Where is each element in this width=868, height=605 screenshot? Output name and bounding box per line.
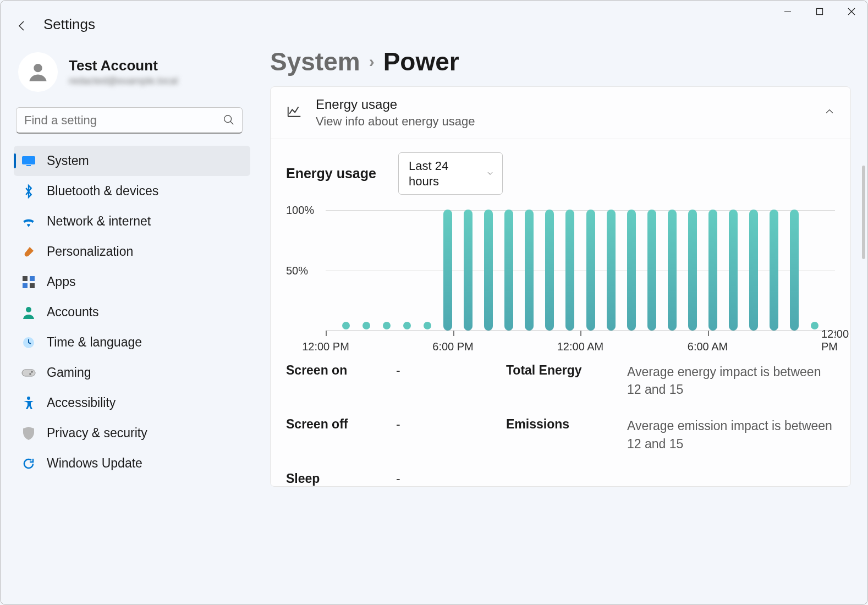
account-block[interactable]: Test Account redacted@example.local xyxy=(14,47,250,105)
sidebar-item-label: Windows Update xyxy=(47,456,142,471)
energy-usage-card: Energy usage View info about energy usag… xyxy=(270,86,851,487)
avatar xyxy=(18,52,58,92)
chart-xtick: 6:00 PM xyxy=(432,340,473,353)
sidebar-item-accessibility[interactable]: Accessibility xyxy=(14,388,250,418)
chart-point[interactable] xyxy=(342,322,350,329)
svg-point-16 xyxy=(31,371,33,372)
breadcrumb-parent[interactable]: System xyxy=(270,47,360,76)
sidebar-item-label: Privacy & security xyxy=(47,426,147,441)
monitor-icon xyxy=(21,154,36,168)
chart-bar[interactable] xyxy=(443,210,452,331)
sidebar-item-privacy-security[interactable]: Privacy & security xyxy=(14,418,250,448)
chart-bar[interactable] xyxy=(729,210,738,331)
chart-point[interactable] xyxy=(403,322,411,329)
sidebar-item-label: Gaming xyxy=(47,365,91,380)
time-range-dropdown[interactable]: Last 24 hours xyxy=(398,152,503,195)
wifi-icon xyxy=(21,215,36,229)
svg-rect-8 xyxy=(26,165,31,166)
chart-bar[interactable] xyxy=(525,210,534,331)
chart-ytick: 50% xyxy=(286,265,308,277)
shield-icon xyxy=(21,426,36,441)
chart-point[interactable] xyxy=(383,322,391,329)
svg-rect-11 xyxy=(23,283,28,288)
sidebar-item-accounts[interactable]: Accounts xyxy=(14,297,250,327)
chart-xtick: 12:00 PM xyxy=(302,340,349,353)
person-icon xyxy=(21,305,36,320)
sidebar-item-time-language[interactable]: Time & language xyxy=(14,327,250,358)
sidebar-item-bluetooth-devices[interactable]: Bluetooth & devices xyxy=(14,176,250,206)
chart-bar[interactable] xyxy=(708,210,717,331)
chart-bar[interactable] xyxy=(586,210,595,331)
card-subtitle: View info about energy usage xyxy=(316,114,475,129)
chart-bar[interactable] xyxy=(790,210,799,331)
account-subtitle: redacted@example.local xyxy=(69,75,178,87)
close-button[interactable] xyxy=(836,1,867,23)
sidebar-item-apps[interactable]: Apps xyxy=(14,267,250,297)
chart-bar[interactable] xyxy=(627,210,636,331)
back-button[interactable] xyxy=(14,17,31,35)
svg-rect-7 xyxy=(22,156,35,164)
sidebar-item-label: Accessibility xyxy=(47,395,116,410)
breadcrumb: System › Power xyxy=(270,47,851,76)
search-icon xyxy=(223,114,235,128)
energy-usage-chart[interactable]: 50%100%12:00 PM6:00 PM12:00 AM6:00 AM12:… xyxy=(286,210,835,353)
sidebar-item-network-internet[interactable]: Network & internet xyxy=(14,206,250,237)
brush-icon xyxy=(21,245,36,259)
stat-total-energy-label: Total Energy xyxy=(506,363,627,398)
stat-total-energy-desc: Average energy impact is between 12 and … xyxy=(627,363,835,398)
chevron-down-icon xyxy=(486,166,495,182)
sidebar-item-windows-update[interactable]: Windows Update xyxy=(14,448,250,479)
svg-point-17 xyxy=(30,373,31,375)
chart-point[interactable] xyxy=(811,322,818,329)
bluetooth-icon xyxy=(21,184,36,199)
svg-rect-15 xyxy=(22,370,35,376)
accessibility-icon xyxy=(21,396,36,410)
clock-globe-icon xyxy=(21,336,36,350)
energy-usage-header[interactable]: Energy usage View info about energy usag… xyxy=(271,87,850,139)
gamepad-icon xyxy=(21,366,36,380)
sidebar-item-label: Personalization xyxy=(47,244,133,259)
chart-bar[interactable] xyxy=(607,210,616,331)
chart-bar[interactable] xyxy=(484,210,493,331)
sidebar-item-personalization[interactable]: Personalization xyxy=(14,237,250,267)
stat-screen-off-label: Screen off xyxy=(286,417,396,452)
maximize-button[interactable] xyxy=(804,1,836,23)
svg-point-5 xyxy=(224,116,232,123)
sidebar-item-label: System xyxy=(47,153,89,168)
chart-bar[interactable] xyxy=(647,210,656,331)
chart-bar[interactable] xyxy=(545,210,554,331)
sidebar-item-gaming[interactable]: Gaming xyxy=(14,358,250,388)
chart-bar[interactable] xyxy=(688,210,697,331)
update-icon xyxy=(21,457,36,471)
sidebar-item-label: Time & language xyxy=(47,335,142,350)
chart-point[interactable] xyxy=(424,322,431,329)
chart-xtick: 12:00 PM xyxy=(821,328,849,353)
apps-icon xyxy=(21,275,36,289)
chart-bar[interactable] xyxy=(504,210,513,331)
account-name: Test Account xyxy=(69,57,178,74)
chevron-right-icon: › xyxy=(369,52,375,71)
app-title: Settings xyxy=(43,16,95,33)
stat-sleep-value: - xyxy=(396,471,506,486)
svg-point-13 xyxy=(26,307,31,312)
svg-rect-1 xyxy=(817,9,823,15)
search-box[interactable] xyxy=(16,107,243,134)
chart-bar[interactable] xyxy=(668,210,677,331)
chart-bar[interactable] xyxy=(565,210,574,331)
chart-xtick: 6:00 AM xyxy=(688,340,728,353)
chart-point[interactable] xyxy=(362,322,370,329)
search-input[interactable] xyxy=(16,107,243,134)
card-title: Energy usage xyxy=(316,97,475,112)
breadcrumb-current: Power xyxy=(383,47,459,76)
chart-bar[interactable] xyxy=(464,210,473,331)
energy-usage-label: Energy usage xyxy=(286,166,376,182)
chart-bar[interactable] xyxy=(770,210,778,331)
svg-point-4 xyxy=(34,64,42,72)
scrollbar[interactable] xyxy=(862,166,865,259)
chart-bar[interactable] xyxy=(749,210,758,331)
sidebar-item-system[interactable]: System xyxy=(14,146,250,176)
minimize-button[interactable] xyxy=(772,1,804,23)
stat-emissions-desc: Average emission impact is between 12 an… xyxy=(627,417,835,452)
stat-sleep-label: Sleep xyxy=(286,471,396,486)
svg-point-18 xyxy=(27,397,30,400)
